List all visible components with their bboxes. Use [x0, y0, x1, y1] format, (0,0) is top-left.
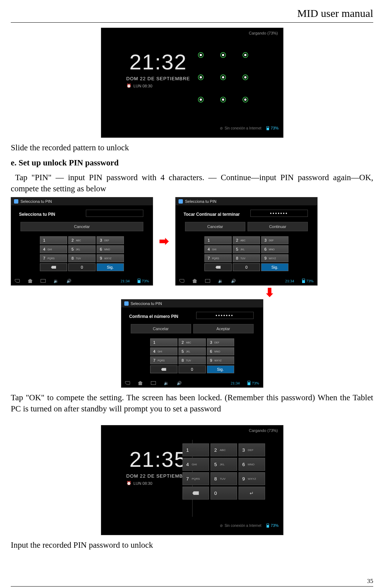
- continue-button[interactable]: Aceptar: [193, 324, 254, 333]
- pin-keypad[interactable]: 12ABC3DEF4GHI5JKL6MNO7PQRS8TUV9WXYZ0Sig.: [40, 236, 124, 271]
- pin-lock-keypad[interactable]: 1 2ABC 3DEF 4GHI 5JKL 6MNO 7PQRS 8TUV 9W…: [182, 443, 265, 500]
- pin-keypad[interactable]: 12ABC3DEF4GHI5JKL6MNO7PQRS8TUV9WXYZ0Sig.: [204, 236, 288, 271]
- key-backspace[interactable]: [40, 263, 67, 271]
- screenshot-pin-step3: Selecciona tu PIN Confirma el número PIN…: [121, 299, 263, 388]
- key-2[interactable]: 2ABC: [233, 236, 260, 244]
- home-icon[interactable]: [192, 279, 197, 283]
- key-3[interactable]: 3DEF: [97, 236, 124, 244]
- key-next[interactable]: Sig.: [97, 263, 124, 271]
- pattern-grid[interactable]: [190, 44, 256, 111]
- key-6[interactable]: 6MNO: [239, 458, 265, 471]
- key-6[interactable]: 6MNO: [261, 245, 288, 253]
- settings-titlebar: Selecciona tu PIN: [176, 197, 317, 205]
- key-9[interactable]: 9WXYZ: [261, 254, 288, 262]
- navbar-clock: 21:34: [121, 279, 130, 283]
- key-5[interactable]: 5JKL: [233, 245, 260, 253]
- pin-input[interactable]: [86, 210, 143, 217]
- key-0[interactable]: 0: [210, 487, 237, 500]
- vol-up-icon[interactable]: 🔊: [231, 279, 236, 283]
- key-4[interactable]: 4GHI: [40, 245, 67, 253]
- key-9[interactable]: 9WXYZ: [239, 472, 265, 485]
- key-8[interactable]: 8TUV: [210, 472, 237, 485]
- key-backspace[interactable]: [182, 487, 209, 500]
- key-6[interactable]: 6MNO: [97, 245, 124, 253]
- footer-rule: [11, 586, 373, 587]
- key-5[interactable]: 5JKL: [210, 458, 237, 471]
- key-next[interactable]: Sig.: [261, 263, 288, 271]
- caption-slide-pattern: Slide the recorded pattern to unlock: [11, 142, 373, 153]
- key-2[interactable]: 2ABC: [68, 236, 96, 244]
- back-icon[interactable]: [15, 279, 20, 283]
- key-5[interactable]: 5JKL: [179, 347, 206, 355]
- recent-icon[interactable]: [151, 381, 156, 385]
- vol-up-icon[interactable]: 🔊: [177, 381, 182, 386]
- charging-status: Cargando (73%): [249, 428, 278, 433]
- key-next[interactable]: Sig.: [207, 365, 234, 373]
- home-icon[interactable]: [28, 279, 33, 283]
- key-3[interactable]: 3DEF: [239, 443, 265, 456]
- system-navbar[interactable]: 🔉 🔊 21:34 73%: [11, 277, 153, 285]
- key-0[interactable]: 0: [233, 263, 260, 271]
- key-3[interactable]: 3DEF: [261, 236, 288, 244]
- key-1[interactable]: 1: [40, 236, 67, 244]
- key-7[interactable]: 7PQRS: [40, 254, 67, 262]
- key-4[interactable]: 4GHI: [182, 458, 209, 471]
- battery-percent: 73%: [267, 523, 278, 528]
- lock-alarm: ⏰LUN 08:30: [126, 481, 190, 486]
- cancel-button[interactable]: Cancelar: [131, 324, 191, 333]
- gear-icon: [14, 199, 18, 204]
- key-7[interactable]: 7PQRS: [182, 472, 209, 485]
- vol-up-icon[interactable]: 🔊: [66, 279, 71, 283]
- key-1[interactable]: 1: [182, 443, 209, 456]
- key-8[interactable]: 8TUV: [179, 356, 206, 364]
- arrow-down-icon: [266, 288, 273, 297]
- key-2[interactable]: 2ABC: [179, 338, 206, 346]
- vol-down-icon[interactable]: 🔉: [218, 279, 223, 283]
- key-2[interactable]: 2ABC: [210, 443, 237, 456]
- recent-icon[interactable]: [205, 279, 210, 283]
- pin-prompt: Selecciona tu PIN: [19, 212, 55, 217]
- continue-button[interactable]: Continuar: [247, 222, 308, 231]
- header-rule: [11, 22, 373, 23]
- system-navbar[interactable]: 🔉 🔊 21:34 73%: [121, 379, 263, 387]
- system-navbar[interactable]: 🔉 🔊 21:34 73%: [176, 277, 317, 285]
- key-7[interactable]: 7PQRS: [150, 356, 177, 364]
- key-0[interactable]: 0: [68, 263, 96, 271]
- key-8[interactable]: 8TUV: [233, 254, 260, 262]
- key-6[interactable]: 6MNO: [207, 347, 234, 355]
- key-1[interactable]: 1: [204, 236, 232, 244]
- recent-icon[interactable]: [41, 279, 46, 283]
- key-backspace[interactable]: [204, 263, 232, 271]
- pin-keypad[interactable]: 12ABC3DEF4GHI5JKL6MNO7PQRS8TUV9WXYZ0Sig.: [150, 338, 234, 373]
- screenshot-pin-lock: Cargando (73%) 21:35 DOM 22 DE SEPTIEMBR…: [101, 425, 283, 535]
- key-backspace[interactable]: [150, 365, 177, 373]
- navbar-clock: 21:34: [231, 381, 240, 385]
- key-1[interactable]: 1: [150, 338, 177, 346]
- pin-input[interactable]: •••••••: [196, 312, 254, 319]
- cancel-button[interactable]: Cancelar: [20, 222, 143, 231]
- vol-down-icon[interactable]: 🔉: [54, 279, 59, 283]
- lock-date: DOM 22 DE SEPTIEMBRE: [126, 473, 190, 479]
- pin-input[interactable]: •••••••: [250, 210, 308, 217]
- key-4[interactable]: 4GHI: [204, 245, 232, 253]
- settings-titlebar: Selecciona tu PIN: [121, 300, 263, 307]
- key-8[interactable]: 8TUV: [68, 254, 96, 262]
- lock-time: 21:32: [126, 50, 190, 74]
- key-4[interactable]: 4GHI: [150, 347, 177, 355]
- page-number: 35: [11, 578, 373, 585]
- no-connection-label: Sin conexión a Internet: [220, 126, 261, 130]
- key-5[interactable]: 5JKL: [68, 245, 96, 253]
- key-7[interactable]: 7PQRS: [204, 254, 232, 262]
- vol-down-icon[interactable]: 🔉: [164, 381, 169, 386]
- key-0[interactable]: 0: [179, 365, 206, 373]
- back-icon[interactable]: [179, 279, 184, 283]
- navbar-battery: 73%: [138, 279, 149, 283]
- home-icon[interactable]: [138, 381, 143, 385]
- cancel-button[interactable]: Cancelar: [185, 222, 245, 231]
- key-9[interactable]: 9WXYZ: [207, 356, 234, 364]
- key-enter[interactable]: ↵: [239, 487, 265, 500]
- key-3[interactable]: 3DEF: [207, 338, 234, 346]
- back-icon[interactable]: [125, 381, 130, 385]
- settings-titlebar: Selecciona tu PIN: [11, 197, 153, 205]
- key-9[interactable]: 9WXYZ: [97, 254, 124, 262]
